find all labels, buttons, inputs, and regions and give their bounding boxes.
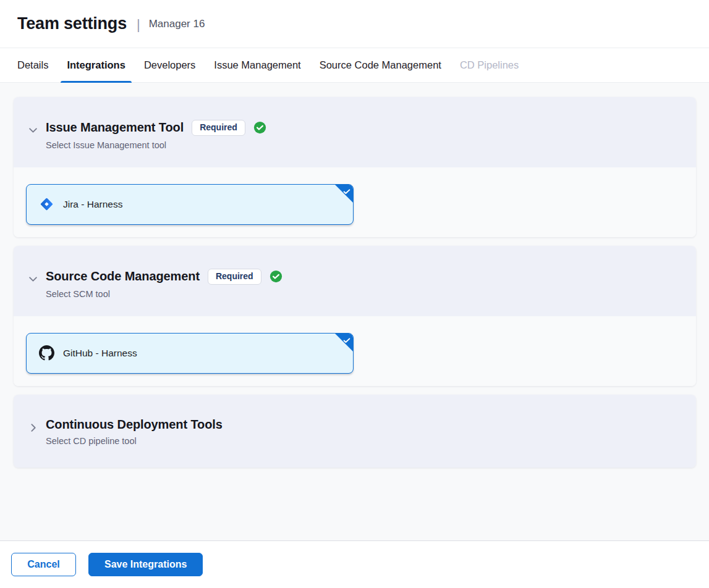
section-issue-management-header[interactable]: Issue Management Tool Required Select Is… (14, 97, 696, 167)
expand-toggle-button[interactable] (25, 421, 40, 436)
selected-check-icon (342, 336, 351, 345)
tab-integrations[interactable]: Integrations (58, 48, 134, 82)
section-source-code-management: Source Code Management Required Select S… (14, 246, 696, 386)
section-issue-management-tool: Issue Management Tool Required Select Is… (14, 97, 696, 237)
section-subtitle: Select SCM tool (46, 289, 282, 299)
tab-developers[interactable]: Developers (135, 48, 204, 82)
team-settings-page: Team settings | Manager 16 Details Integ… (0, 0, 709, 588)
settings-tabs: Details Integrations Developers Issue Ma… (0, 48, 709, 83)
collapse-toggle-button[interactable] (25, 272, 40, 287)
chevron-down-icon (28, 274, 38, 286)
footer-actions: Cancel Save Integrations (0, 540, 709, 588)
tool-card-label: Jira - Harness (63, 199, 122, 210)
integrations-panel: Issue Management Tool Required Select Is… (0, 83, 709, 540)
section-titles: Source Code Management Required Select S… (46, 269, 282, 299)
title-row: Continuous Deployment Tools (46, 418, 223, 432)
tab-source-code-management[interactable]: Source Code Management (311, 48, 450, 82)
section-title: Continuous Deployment Tools (46, 418, 223, 432)
check-circle-icon (253, 121, 266, 134)
page-header: Team settings | Manager 16 (0, 0, 709, 48)
section-continuous-deployment-tools: Continuous Deployment Tools Select CD pi… (14, 395, 696, 468)
required-badge: Required (192, 120, 245, 136)
section-titles: Issue Management Tool Required Select Is… (46, 120, 266, 150)
title-row: Source Code Management Required (46, 269, 282, 285)
section-subtitle: Select Issue Management tool (46, 140, 266, 150)
tab-cd-pipelines: CD Pipelines (451, 48, 527, 82)
page-title: Team settings (17, 14, 127, 33)
cancel-button[interactable]: Cancel (11, 553, 76, 576)
section-titles: Continuous Deployment Tools Select CD pi… (46, 418, 223, 446)
tool-card-github-harness[interactable]: GitHub - Harness (26, 333, 354, 374)
check-circle-icon (270, 270, 282, 283)
selected-check-icon (342, 187, 351, 196)
section-title: Issue Management Tool (46, 120, 184, 135)
chevron-down-icon (28, 125, 38, 137)
section-subtitle: Select CD pipeline tool (46, 436, 223, 446)
save-integrations-button[interactable]: Save Integrations (88, 553, 203, 576)
section-issue-management-body: Jira - Harness (14, 167, 696, 237)
chevron-right-icon (28, 422, 38, 435)
section-scm-header[interactable]: Source Code Management Required Select S… (14, 246, 696, 316)
section-scm-body: GitHub - Harness (14, 316, 696, 386)
github-icon (39, 345, 54, 361)
tab-issue-management[interactable]: Issue Management (205, 48, 309, 82)
jira-icon (39, 196, 54, 212)
team-name-label: Manager 16 (149, 18, 205, 30)
section-cd-header[interactable]: Continuous Deployment Tools Select CD pi… (14, 395, 696, 468)
section-title: Source Code Management (46, 269, 200, 284)
required-badge: Required (208, 269, 261, 285)
tab-details[interactable]: Details (9, 48, 57, 82)
tool-card-jira-harness[interactable]: Jira - Harness (26, 184, 354, 225)
title-separator: | (137, 17, 140, 33)
collapse-toggle-button[interactable] (25, 124, 40, 138)
title-row: Issue Management Tool Required (46, 120, 266, 136)
tool-card-label: GitHub - Harness (63, 348, 137, 359)
